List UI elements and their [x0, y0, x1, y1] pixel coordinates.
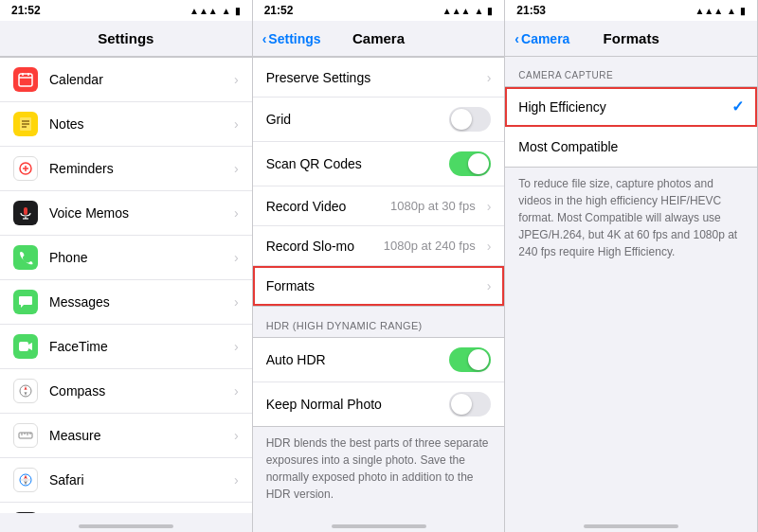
back-button-2[interactable]: ‹ Settings — [262, 31, 321, 46]
voicememos-icon — [13, 201, 38, 225]
calendar-icon — [13, 67, 38, 92]
panel-formats: 21:53 ▲▲▲ ▲ ▮ ‹ Camera Formats Camera Ca… — [505, 0, 758, 532]
reminders-label: Reminders — [49, 161, 228, 176]
record-video-row[interactable]: Record Video 1080p at 30 fps › — [253, 186, 505, 226]
status-icons-3: ▲▲▲ ▲ ▮ — [695, 6, 746, 16]
grid-toggle[interactable] — [449, 107, 491, 132]
settings-group-apps: Calendar › Notes › Reminders › — [0, 57, 252, 513]
auto-hdr-label: Auto HDR — [266, 352, 450, 367]
panel-settings: 21:52 ▲▲▲ ▲ ▮ Settings Calendar › — [0, 0, 253, 532]
auto-hdr-row[interactable]: Auto HDR — [253, 338, 505, 382]
scan-qr-row[interactable]: Scan QR Codes — [253, 142, 505, 186]
settings-list-3[interactable]: Camera Capture High Efficiency ✓ Most Co… — [505, 57, 757, 513]
measure-chevron: › — [234, 428, 239, 443]
back-chevron-3: ‹ — [514, 31, 519, 46]
compass-icon — [13, 379, 38, 403]
phone-chevron: › — [234, 250, 239, 265]
reminders-icon — [13, 156, 38, 181]
facetime-chevron: › — [234, 339, 239, 354]
keep-normal-row[interactable]: Keep Normal Photo — [253, 382, 505, 426]
battery-icon: ▮ — [235, 6, 241, 16]
back-chevron-2: ‹ — [262, 31, 267, 46]
status-bar-3: 21:53 ▲▲▲ ▲ ▮ — [505, 0, 757, 21]
most-compatible-label: Most Compatible — [518, 139, 744, 154]
preserve-settings-row[interactable]: Preserve Settings › — [253, 58, 505, 98]
notes-icon — [13, 112, 38, 136]
settings-row-compass[interactable]: Compass › — [0, 369, 252, 414]
home-indicator-3 — [505, 513, 757, 532]
settings-row-stocks[interactable]: Stocks › — [0, 503, 252, 513]
formats-description: To reduce file size, capture photos and … — [505, 168, 757, 272]
nav-title-3: Formats — [604, 30, 659, 46]
high-efficiency-checkmark: ✓ — [731, 98, 744, 115]
record-slomo-chevron: › — [487, 239, 492, 254]
settings-row-safari[interactable]: Safari › — [0, 458, 252, 503]
time-3: 21:53 — [516, 4, 546, 17]
record-video-value: 1080p at 30 fps — [390, 199, 476, 213]
settings-row-reminders[interactable]: Reminders › — [0, 147, 252, 191]
voicememos-chevron: › — [234, 205, 239, 221]
auto-hdr-toggle[interactable] — [449, 347, 491, 372]
camera-capture-header: Camera Capture — [505, 57, 757, 86]
messages-chevron: › — [234, 294, 239, 310]
settings-row-phone[interactable]: Phone › — [0, 236, 252, 280]
grid-row[interactable]: Grid — [253, 98, 505, 142]
hdr-section-header: HDR (High Dynamic Range) — [253, 307, 505, 337]
scan-qr-toggle[interactable] — [449, 151, 491, 176]
camera-settings-group: Preserve Settings › Grid Scan QR Codes R… — [253, 57, 505, 307]
record-slomo-value: 1080p at 240 fps — [384, 239, 476, 253]
measure-label: Measure — [49, 428, 228, 443]
wifi-icon: ▲ — [222, 6, 231, 16]
nav-bar-3: ‹ Camera Formats — [505, 21, 757, 57]
high-efficiency-row[interactable]: High Efficiency ✓ — [505, 87, 757, 127]
facetime-label: FaceTime — [49, 339, 228, 354]
stocks-icon — [13, 512, 38, 513]
formats-chevron: › — [487, 278, 492, 293]
high-efficiency-label: High Efficiency — [518, 99, 731, 115]
capture-settings-group: High Efficiency ✓ Most Compatible — [505, 86, 757, 168]
safari-icon — [13, 468, 38, 492]
nav-title-2: Camera — [352, 30, 405, 46]
back-button-3[interactable]: ‹ Camera — [514, 31, 569, 46]
settings-row-notes[interactable]: Notes › — [0, 102, 252, 147]
settings-row-facetime[interactable]: FaceTime › — [0, 325, 252, 369]
svg-marker-17 — [25, 386, 27, 390]
back-label-3: Camera — [521, 31, 569, 46]
calendar-label: Calendar — [49, 72, 228, 87]
signal-icon-3: ▲▲▲ — [695, 6, 723, 16]
status-bar-2: 21:52 ▲▲▲ ▲ ▮ — [253, 0, 505, 21]
settings-row-calendar[interactable]: Calendar › — [0, 58, 252, 102]
most-compatible-row[interactable]: Most Compatible — [505, 127, 757, 167]
grid-label: Grid — [266, 112, 450, 127]
status-icons-2: ▲▲▲ ▲ ▮ — [442, 6, 494, 16]
record-video-chevron: › — [487, 199, 492, 214]
settings-row-voicememos[interactable]: Voice Memos › — [0, 191, 252, 236]
battery-icon-3: ▮ — [740, 6, 746, 16]
safari-chevron: › — [234, 472, 239, 488]
settings-list-2[interactable]: Preserve Settings › Grid Scan QR Codes R… — [253, 57, 505, 513]
home-indicator-2 — [253, 513, 505, 532]
settings-list-1[interactable]: Calendar › Notes › Reminders › — [0, 57, 252, 513]
scan-qr-label: Scan QR Codes — [266, 156, 450, 171]
settings-row-measure[interactable]: Measure › — [0, 414, 252, 458]
record-slomo-row[interactable]: Record Slo-mo 1080p at 240 fps › — [253, 226, 505, 266]
status-icons-1: ▲▲▲ ▲ ▮ — [190, 6, 241, 16]
svg-rect-0 — [19, 74, 32, 86]
svg-rect-11 — [24, 207, 27, 215]
wifi-icon-3: ▲ — [727, 6, 736, 16]
settings-row-messages[interactable]: Messages › — [0, 280, 252, 325]
calendar-chevron: › — [234, 72, 239, 87]
record-video-label: Record Video — [266, 199, 390, 214]
svg-rect-14 — [19, 342, 28, 351]
messages-icon — [13, 290, 38, 314]
nav-title-1: Settings — [98, 30, 153, 46]
compass-chevron: › — [234, 383, 239, 399]
time-1: 21:52 — [11, 4, 41, 17]
nav-bar-1: Settings — [0, 21, 252, 57]
hdr-description: HDR blends the best parts of three separ… — [253, 427, 505, 513]
battery-icon-2: ▮ — [487, 6, 493, 16]
reminders-chevron: › — [234, 161, 239, 176]
notes-label: Notes — [49, 116, 228, 132]
formats-row[interactable]: Formats › — [253, 266, 505, 306]
keep-normal-toggle[interactable] — [449, 392, 491, 417]
